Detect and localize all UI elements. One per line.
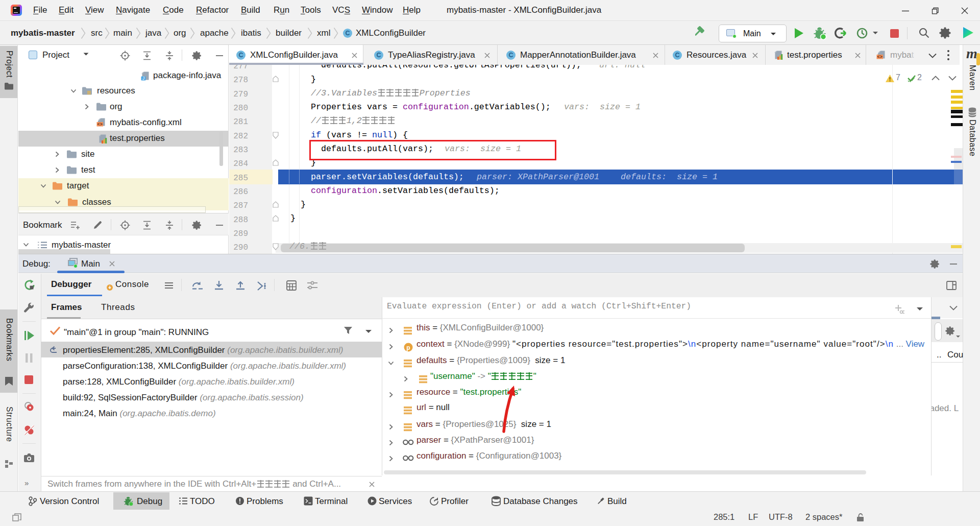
svg-text:<>: <> xyxy=(877,55,883,60)
svg-text:<>: <> xyxy=(97,122,103,127)
svg-text:p: p xyxy=(406,344,410,351)
svg-text:J: J xyxy=(142,76,144,81)
